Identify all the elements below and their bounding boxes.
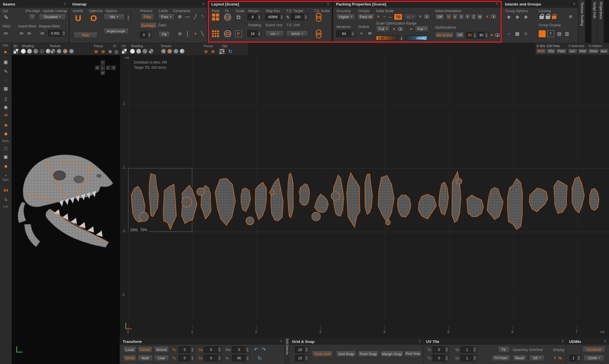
uv-focus-all-icon[interactable]: ⊕ xyxy=(210,49,216,54)
lock-all-icon[interactable] xyxy=(546,16,550,19)
tab-3d[interactable]: 3D xyxy=(13,44,18,48)
tile-tv-spinner[interactable]: 0▴▾ xyxy=(433,355,449,361)
help-icon[interactable]: ? xyxy=(64,2,66,6)
tv-spinner[interactable]: 0▴▾ xyxy=(178,355,195,361)
viewcube-left[interactable]: L xyxy=(101,66,105,70)
diagonal-constraint-icon[interactable]: ╲ xyxy=(199,31,206,37)
texture-shaded-icon[interactable] xyxy=(57,49,61,53)
overflow-off-dropdown[interactable]: Off xyxy=(529,355,545,361)
show-button[interactable]: Show xyxy=(588,49,599,54)
pivot-multi-button[interactable]: Multi xyxy=(138,355,153,361)
spinner-arrows[interactable]: ▴▾ xyxy=(148,32,151,38)
tu-spinner[interactable]: 0▴▾ xyxy=(178,346,195,353)
shading-dark-icon[interactable] xyxy=(40,49,44,53)
tab-uv-focus[interactable]: Focus xyxy=(204,44,213,48)
uv-wireframe-mode-icon[interactable] xyxy=(122,49,127,53)
hide-button[interactable]: Hide xyxy=(578,49,588,54)
uv-texture-material-icon[interactable] xyxy=(167,49,172,53)
redo-icon[interactable]: ↷ xyxy=(261,346,267,353)
magnet-distance-spinner[interactable]: 0.001▴▾ xyxy=(48,30,66,36)
help-icon[interactable]: ? xyxy=(327,2,329,6)
vertical-constraint-icon[interactable]: │ xyxy=(184,31,191,37)
fit-origin-button[interactable]: Fit Origin xyxy=(492,355,510,361)
filter-3ds-button[interactable]: 3Ds xyxy=(547,49,556,54)
iterations-spinner[interactable]: 64▴▾ xyxy=(336,30,355,37)
tile-sv-spinner[interactable]: 1▴▾ xyxy=(461,355,477,361)
marquee-tool-icon[interactable]: ▣ xyxy=(0,59,12,66)
optimizations-clear-icon[interactable]: ✕ xyxy=(490,34,493,37)
group-icon[interactable]: ❖ xyxy=(505,14,512,21)
flats-display-icon[interactable]: ▤ xyxy=(556,30,563,37)
sor-max-dropdown[interactable]: Full xyxy=(415,26,429,32)
scene-unit-dropdown[interactable]: cm xyxy=(265,30,284,37)
tdtarget-pencil-icon[interactable]: ✎ xyxy=(286,14,290,20)
spinner-arrows[interactable]: ▴▾ xyxy=(127,13,130,23)
weld-icon[interactable]: ∞ xyxy=(2,29,9,36)
grid-u-spinner[interactable]: 10▴▾ xyxy=(295,346,309,353)
tab-soft-selection[interactable]: Soft Selectio xyxy=(285,338,289,364)
shading-lit-icon[interactable] xyxy=(46,49,51,53)
stack-display-icon[interactable]: ▥ xyxy=(564,30,571,37)
square2-prim-icon[interactable]: ▣ xyxy=(0,153,12,160)
filled-square-prim-icon[interactable]: ■ xyxy=(0,163,12,170)
anchor-constraint-icon[interactable]: ⊖ xyxy=(177,31,183,37)
spinner-arrows[interactable]: ▴▾ xyxy=(258,31,261,36)
initial-scale-eye-icon[interactable] xyxy=(424,15,429,18)
rotate-icon[interactable]: ↻ xyxy=(257,355,263,361)
spinner-arrows[interactable]: ▴▾ xyxy=(280,14,284,20)
optimizations-off-button[interactable]: Off xyxy=(455,32,464,38)
cut-brush-icon[interactable]: ✎ xyxy=(2,13,10,21)
pivot-mouse-button[interactable]: Mouse xyxy=(154,346,169,353)
person-icon[interactable]: ☺ xyxy=(522,30,529,37)
uv-focus-selected-icon[interactable]: ⊕ xyxy=(203,49,209,54)
sor-min-eye-icon[interactable] xyxy=(398,27,403,31)
space-local-button[interactable]: Local xyxy=(123,346,136,353)
optimize-icon[interactable]: O xyxy=(88,13,99,24)
locking-m-toggle[interactable]: M xyxy=(569,15,572,18)
margin-spinner[interactable]: 8▴▾ xyxy=(247,14,261,20)
spinner-arrows[interactable]: ▴▾ xyxy=(305,355,308,361)
tdtarget-spinner[interactable]: 150▴▾ xyxy=(291,14,308,20)
pixel-snap-button[interactable]: Pixel Snap xyxy=(404,350,421,357)
td-unit-dropdown[interactable]: tx/cm xyxy=(286,30,308,37)
spinner-arrows[interactable]: ▴▾ xyxy=(62,30,66,36)
tab-3d-focus[interactable]: Focus xyxy=(94,44,103,48)
shading-mid-icon[interactable] xyxy=(34,49,38,53)
grid-snap-button[interactable]: Grid Snap xyxy=(336,350,356,357)
viewcube-top[interactable]: T xyxy=(101,61,105,65)
texture-checker-icon[interactable] xyxy=(51,49,55,53)
tab-uv[interactable]: UV xyxy=(122,44,126,48)
square-prim-icon[interactable]: □ xyxy=(0,145,12,152)
pivot-center-button[interactable]: Center xyxy=(138,346,153,353)
display-pct-toggle[interactable]: % xyxy=(558,356,562,361)
unfold-icon[interactable]: U xyxy=(73,13,84,24)
in-spinner[interactable]: 45▴▾ xyxy=(232,355,250,361)
lock-icon[interactable] xyxy=(539,16,544,19)
sor-max-clear-icon[interactable]: ✕ xyxy=(409,27,412,31)
help-icon[interactable]: ? xyxy=(561,339,563,343)
viewport-3d[interactable]: T B L F R B xyxy=(12,55,120,364)
rotation-step2-spinner[interactable]: 90▴▾ xyxy=(478,32,489,38)
isolate-button[interactable]: Isol. xyxy=(568,49,578,54)
spinner-arrows[interactable]: ▴▾ xyxy=(246,347,249,352)
island-weld-all-icon[interactable]: ∞ xyxy=(26,29,33,36)
help-icon[interactable]: ? xyxy=(496,2,498,6)
distribute-button[interactable]: Distribute xyxy=(583,346,605,353)
optimize-dots-icon[interactable] xyxy=(219,49,224,54)
select-tool-icon[interactable]: ► xyxy=(0,49,12,55)
group-select-icon[interactable]: ❖ xyxy=(522,14,529,21)
scale-p-button[interactable]: P xyxy=(235,30,242,37)
tab-script-hub[interactable]: Script Hub xyxy=(592,0,597,43)
island-weld-icon[interactable]: ∞ xyxy=(18,29,25,36)
help-icon[interactable]: ? xyxy=(202,2,204,6)
auto-unwrap-button[interactable]: Auto xyxy=(73,32,97,38)
gaps-fill-button[interactable]: Fill xyxy=(158,31,170,38)
spinner-arrows[interactable]: ▴▾ xyxy=(258,14,261,20)
orient-h-toggle[interactable]: H xyxy=(446,14,452,20)
unlock-icon[interactable] xyxy=(552,16,556,19)
viewcube-back[interactable]: B xyxy=(95,66,99,70)
spinner-arrows[interactable]: ▴▾ xyxy=(577,355,581,361)
refresh-icon[interactable]: ↻ xyxy=(227,48,234,55)
pivot-user-button[interactable]: User xyxy=(154,355,169,361)
uv-islands-canvas[interactable] xyxy=(128,168,609,232)
